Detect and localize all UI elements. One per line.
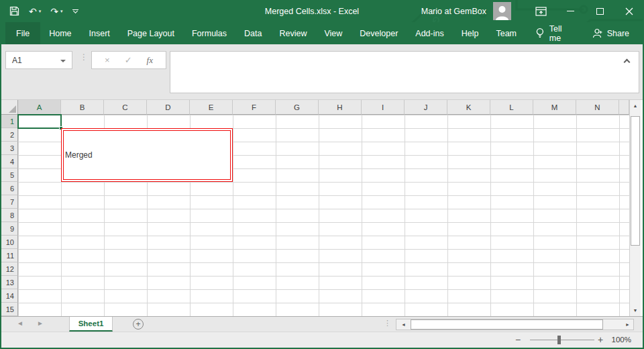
column-header-d[interactable]: D [147,100,190,115]
column-header-k[interactable]: K [447,100,490,115]
ribbon-tab-insert[interactable]: Insert [80,22,119,44]
scroll-right-button[interactable]: ► [622,319,633,330]
ribbon-tab-page-layout[interactable]: Page Layout [119,22,183,44]
add-sheet-button[interactable]: + [133,319,144,330]
formula-buttons: × ✓ fx [91,51,166,69]
ribbon-tab-help[interactable]: Help [453,22,488,44]
zoom-slider-track[interactable] [530,340,594,340]
redo-caret-icon[interactable]: ▾ [60,9,63,14]
name-box-value: A1 [12,56,22,65]
row-header-3[interactable]: 3 [0,142,18,155]
save-button[interactable] [9,6,19,16]
window-left-border [0,0,1,349]
minimize-button[interactable] [555,0,585,22]
column-header-h[interactable]: H [319,100,362,115]
collapse-formula-bar-icon[interactable] [624,59,631,66]
zoom-out-button[interactable]: − [515,334,521,345]
cancel-icon[interactable]: × [105,55,110,65]
row-header-4[interactable]: 4 [0,155,18,168]
ribbon-tab-add-ins[interactable]: Add-ins [407,22,452,44]
redo-icon: ↷ [50,7,58,16]
lightbulb-icon [535,28,545,39]
sheet-tab-sheet1[interactable]: Sheet1 [69,317,113,332]
vertical-scrollbar[interactable]: ▲ ▼ [629,100,641,316]
status-bar: − + 100% [0,332,644,348]
ribbon-tab-file[interactable]: File [5,22,40,44]
merged-cell[interactable]: Merged [61,128,233,182]
enter-icon[interactable]: ✓ [125,55,132,65]
undo-caret-icon[interactable]: ▾ [39,9,42,14]
customize-qat-button[interactable] [72,9,78,13]
formula-bar-input[interactable] [170,51,639,93]
maximize-icon [596,8,604,15]
share-button[interactable]: Share [586,28,644,38]
tab-bar-resize-handle-icon[interactable]: ⋮ [384,319,391,328]
row-header-11[interactable]: 11 [0,249,18,262]
horizontal-scrollbar[interactable]: ◄ ► [396,319,634,330]
zoom-slider-thumb[interactable] [557,336,561,344]
maximize-button[interactable] [585,0,614,22]
column-header-m[interactable]: M [533,100,576,115]
column-header-j[interactable]: J [405,100,447,115]
row-header-13[interactable]: 13 [0,276,18,289]
tell-me-button[interactable]: Tell me [525,24,586,43]
row-header-2[interactable]: 2 [0,128,18,142]
zoom-in-button[interactable]: + [598,334,603,345]
ribbon-display-options-button[interactable] [526,0,555,22]
zoom-level[interactable]: 100% [612,336,631,344]
sheet-nav-left-icon[interactable]: ◄ [17,319,23,327]
tell-me-label: Tell me [549,24,576,43]
name-box-dropdown-icon[interactable] [60,60,66,62]
scroll-right-icon: ► [625,322,630,327]
formula-bar-row: A1 ⋮ × ✓ fx [0,44,644,100]
ribbon-tab-view[interactable]: View [315,22,351,44]
title-bar-right: Mario at GemBox [421,0,644,22]
ribbon-tab-team[interactable]: Team [487,22,525,44]
row-header-10[interactable]: 10 [0,236,18,249]
scroll-up-button[interactable]: ▲ [630,100,641,111]
chevron-down-icon [72,9,77,13]
row-header-7[interactable]: 7 [0,195,18,209]
scroll-up-icon: ▲ [633,103,638,108]
row-header-5[interactable]: 5 [0,168,18,182]
row-header-6[interactable]: 6 [0,182,18,195]
column-header-l[interactable]: L [490,100,533,115]
sheet-nav-right-icon[interactable]: ► [37,319,44,327]
horizontal-scrollbar-thumb[interactable] [411,319,603,330]
undo-button[interactable]: ↶ ▾ [29,7,41,16]
share-label: Share [607,29,629,38]
close-button[interactable] [614,0,644,22]
row-header-8[interactable]: 8 [0,209,18,222]
select-all-button[interactable] [0,100,18,115]
row-header-1[interactable]: 1 [0,115,18,128]
vertical-scrollbar-thumb[interactable] [631,116,640,246]
name-box[interactable]: A1 [5,51,72,69]
ribbon-tab-developer[interactable]: Developer [351,22,407,44]
column-header-i[interactable]: I [362,100,405,115]
row-header-15[interactable]: 15 [0,303,18,316]
scroll-left-icon: ◄ [401,322,406,327]
user-avatar[interactable] [493,2,511,20]
column-header-a[interactable]: A [18,100,61,115]
ribbon-tab-review[interactable]: Review [270,22,315,44]
user-name[interactable]: Mario at GemBox [421,7,486,16]
column-header-e[interactable]: E [190,100,233,115]
ribbon-tab-home[interactable]: Home [40,22,80,44]
scroll-left-button[interactable]: ◄ [396,319,411,330]
column-header-b[interactable]: B [61,100,104,115]
column-header-n[interactable]: N [576,100,619,115]
row-header-14[interactable]: 14 [0,289,18,303]
row-header-12[interactable]: 12 [0,262,18,276]
column-headers: ABCDEFGHIJKLMN [18,100,629,115]
column-header-f[interactable]: F [233,100,276,115]
column-header-g[interactable]: G [276,100,319,115]
row-header-9[interactable]: 9 [0,222,18,236]
share-person-icon [592,28,603,38]
ribbon-tab-data[interactable]: Data [235,22,270,44]
scroll-down-icon: ▼ [633,308,638,313]
insert-function-icon[interactable]: fx [147,55,153,66]
ribbon-tab-formulas[interactable]: Formulas [183,22,235,44]
column-header-c[interactable]: C [104,100,147,115]
scroll-down-button[interactable]: ▼ [630,305,641,316]
redo-button[interactable]: ↷ ▾ [50,7,62,16]
